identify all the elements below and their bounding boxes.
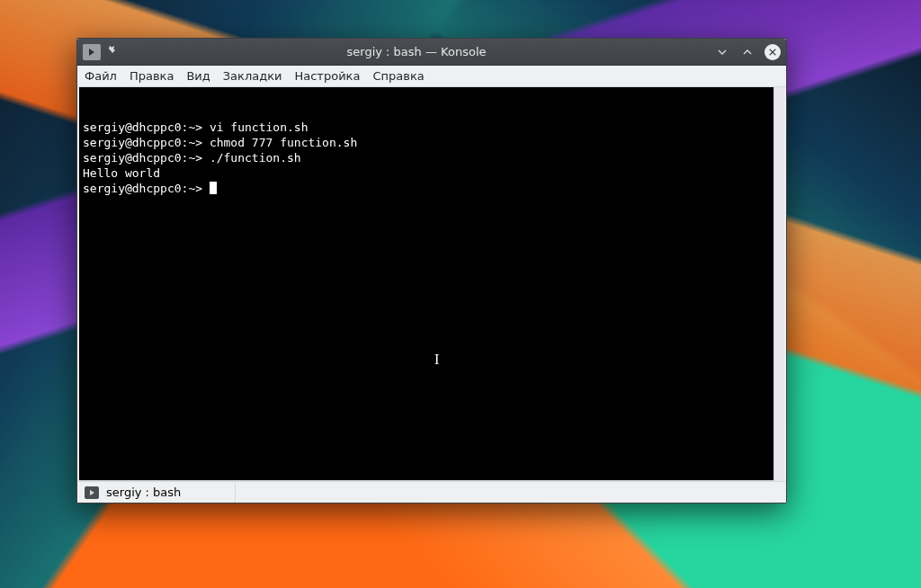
shell-prompt: sergiy@dhcppc0:~>: [83, 182, 210, 195]
tab-label: sergiy : bash: [106, 486, 181, 499]
menu-bookmarks[interactable]: Закладки: [223, 69, 282, 83]
menu-view[interactable]: Вид: [186, 69, 210, 83]
tab-session[interactable]: sergiy : bash: [77, 482, 236, 503]
terminal-line: sergiy@dhcppc0:~> ./function.sh: [83, 150, 770, 165]
shell-prompt: sergiy@dhcppc0:~>: [83, 120, 210, 134]
shell-command: ./function.sh: [210, 151, 301, 165]
terminal-icon: [85, 486, 99, 499]
minimize-button[interactable]: [714, 44, 730, 60]
konsole-window: sergiy : bash — Konsole Файл Правка Вид …: [76, 38, 787, 503]
text-cursor-icon: I: [434, 352, 439, 367]
menu-file[interactable]: Файл: [85, 69, 117, 83]
menu-help[interactable]: Справка: [372, 69, 424, 83]
shell-output: Hello world: [83, 166, 160, 180]
pin-icon[interactable]: [106, 44, 119, 59]
terminal[interactable]: sergiy@dhcppc0:~> vi function.shsergiy@d…: [79, 87, 773, 481]
block-cursor: [210, 182, 217, 194]
window-title: sergiy : bash — Konsole: [119, 45, 714, 58]
close-button[interactable]: [765, 44, 781, 60]
shell-command: chmod 777 function.sh: [210, 136, 357, 149]
tab-bar: sergiy : bash: [77, 481, 786, 503]
terminal-area: sergiy@dhcppc0:~> vi function.shsergiy@d…: [77, 87, 786, 481]
menu-settings[interactable]: Настройка: [294, 69, 360, 83]
terminal-line: sergiy@dhcppc0:~> vi function.sh: [83, 120, 770, 135]
shell-command: vi function.sh: [210, 120, 308, 134]
window-titlebar[interactable]: sergiy : bash — Konsole: [77, 39, 786, 66]
app-icon: [83, 44, 101, 60]
vertical-scrollbar[interactable]: [773, 87, 784, 481]
maximize-button[interactable]: [739, 44, 756, 60]
shell-prompt: sergiy@dhcppc0:~>: [83, 136, 210, 149]
terminal-line: sergiy@dhcppc0:~>: [83, 181, 770, 196]
terminal-line: sergiy@dhcppc0:~> chmod 777 function.sh: [83, 135, 770, 150]
menu-bar: Файл Правка Вид Закладки Настройка Справ…: [77, 66, 786, 87]
shell-prompt: sergiy@dhcppc0:~>: [83, 151, 210, 165]
menu-edit[interactable]: Правка: [130, 69, 174, 83]
terminal-line: Hello world: [83, 165, 770, 181]
